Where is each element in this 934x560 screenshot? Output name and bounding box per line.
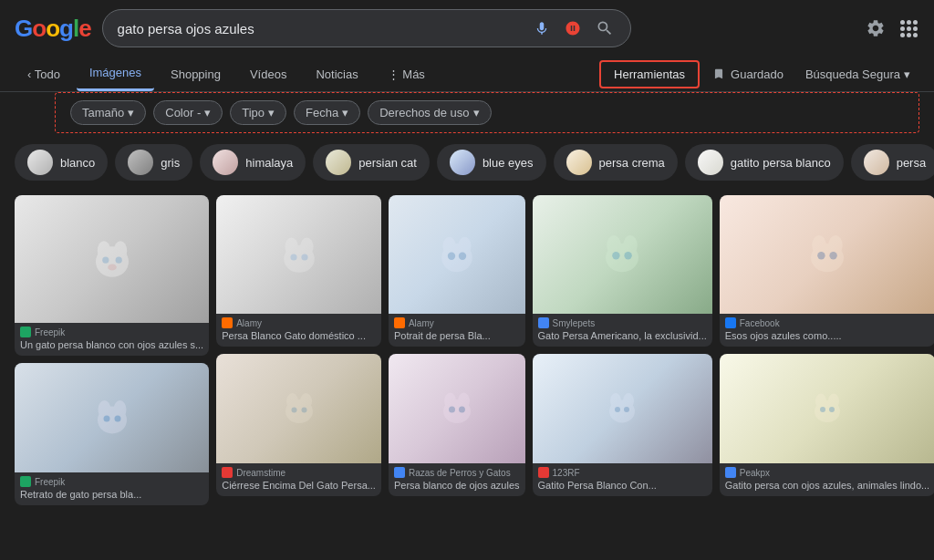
source-dot (222, 467, 233, 478)
svg-point-29 (449, 407, 455, 413)
filter-tipo[interactable]: Tipo ▾ (230, 100, 286, 125)
img-title-3: Gato Persa Americano, la exclusivid... (538, 330, 707, 341)
herramientas-button[interactable]: Herramientas (599, 60, 700, 88)
apps-icon[interactable] (898, 18, 919, 39)
img-info-8: 123RF Gatito Persa Blanco Con... (533, 463, 712, 496)
img-info-0: Freepik Un gato persa blanco con ojos az… (15, 323, 209, 356)
chip-blanco[interactable]: blanco (15, 144, 108, 181)
guardado-button[interactable]: Guardado (703, 62, 793, 87)
svg-point-37 (610, 393, 621, 409)
img-info-6: Dreamstime Ciérrese Encima Del Gato Pers… (216, 463, 381, 496)
nav-mas[interactable]: ⋮ Más (375, 58, 438, 90)
nav-shopping[interactable]: Shopping (158, 58, 234, 90)
svg-point-27 (444, 393, 456, 410)
svg-point-20 (301, 408, 306, 413)
chip-thumb (213, 150, 238, 175)
image-card-2[interactable]: Alamy Potrait de persa Bla... (389, 195, 525, 347)
nav-bar: ‹ Todo Imágenes Shopping Vídeos Noticias… (0, 57, 934, 92)
svg-point-34 (612, 252, 619, 259)
img-source-1: Alamy (222, 317, 376, 328)
image-card-8[interactable]: 123RF Gatito Persa Blanco Con... (533, 354, 712, 496)
source-dot (725, 467, 736, 478)
mic-icon[interactable] (532, 18, 552, 38)
img-title-9: Gatito persa con ojos azules, animales l… (725, 480, 929, 491)
image-card-9[interactable]: Peakpx Gatito persa con ojos azules, ani… (720, 354, 934, 496)
svg-point-33 (623, 235, 638, 255)
related-chips-bar: blanco gris himalaya persian cat blue ey… (0, 137, 934, 188)
chip-crema[interactable]: persa crema (554, 144, 678, 181)
svg-point-25 (459, 253, 466, 260)
image-card-0[interactable]: Freepik Un gato persa blanco con ojos az… (15, 195, 209, 356)
filter-tamano[interactable]: Tamaño ▾ (70, 100, 146, 125)
image-grid: Freepik Un gato persa blanco con ojos az… (0, 188, 934, 513)
svg-point-9 (103, 416, 109, 422)
svg-point-38 (623, 393, 634, 409)
search-bar[interactable] (102, 9, 631, 47)
image-card-7[interactable]: Razas de Perros y Gatos Persa blanco de … (389, 354, 525, 496)
img-source-8: 123RF (538, 467, 707, 478)
source-dot (394, 317, 405, 328)
img-title-7: Persa blanco de ojos azules (394, 480, 520, 491)
chip-himalaya[interactable]: himalaya (200, 144, 306, 181)
img-source-6: Dreamstime (222, 467, 376, 478)
source-dot (538, 467, 549, 478)
svg-point-32 (607, 235, 621, 255)
img-source-7: Razas de Perros y Gatos (394, 467, 520, 478)
chip-persa[interactable]: persa (851, 144, 934, 181)
nav-videos[interactable]: Vídeos (237, 58, 299, 90)
grid-col-1: Alamy Persa Blanco Gato doméstico ... Dr… (216, 195, 381, 505)
search-button[interactable] (594, 17, 616, 39)
chip-blue-eyes[interactable]: blue eyes (437, 144, 546, 181)
source-dot (20, 327, 31, 337)
chip-gatito-blanco[interactable]: gatito persa blanco (685, 144, 844, 181)
chip-gris[interactable]: gris (115, 144, 192, 181)
img-source-4: Facebook (725, 317, 929, 328)
img-title-1: Persa Blanco Gato doméstico ... (222, 330, 376, 341)
svg-point-23 (458, 237, 471, 255)
nav-imagenes[interactable]: Imágenes (77, 57, 154, 91)
chip-thumb (450, 150, 475, 175)
img-source-3: Smylepets (538, 317, 707, 328)
filter-bar: Tamaño ▾ Color - ▾ Tipo ▾ Fecha ▾ Derech… (55, 92, 919, 133)
chip-thumb (864, 150, 889, 175)
svg-point-17 (286, 393, 298, 410)
busqueda-segura-button[interactable]: Búsqueda Segura ▾ (796, 62, 919, 87)
img-info-4: Facebook Esos ojos azules como..... (720, 314, 934, 347)
img-source-5: Freepik (20, 476, 203, 487)
nav-back[interactable]: ‹ Todo (15, 58, 73, 90)
svg-point-4 (115, 257, 121, 264)
image-card-3[interactable]: Smylepets Gato Persa Americano, la exclu… (533, 195, 712, 347)
chip-persian[interactable]: persian cat (313, 144, 430, 181)
svg-point-8 (113, 400, 126, 419)
img-info-1: Alamy Persa Blanco Gato doméstico ... (216, 314, 381, 347)
svg-point-15 (301, 254, 307, 260)
image-card-5[interactable]: Freepik Retrato de gato persa bla... (15, 363, 209, 505)
filter-color[interactable]: Color - ▾ (153, 100, 223, 125)
chip-thumb (566, 150, 592, 175)
image-card-1[interactable]: Alamy Persa Blanco Gato doméstico ... (216, 195, 381, 347)
filter-fecha[interactable]: Fecha ▾ (294, 100, 360, 125)
svg-point-43 (828, 235, 843, 255)
svg-point-40 (624, 407, 629, 412)
grid-col-2: Alamy Potrait de persa Bla... Razas de P… (389, 195, 525, 505)
svg-point-30 (459, 407, 465, 413)
nav-noticias[interactable]: Noticias (303, 58, 370, 90)
image-card-6[interactable]: Dreamstime Ciérrese Encima Del Gato Pers… (216, 354, 381, 496)
chip-thumb (128, 150, 153, 175)
filter-derechos[interactable]: Derechos de uso ▾ (368, 100, 491, 125)
chip-thumb (27, 150, 53, 175)
chip-thumb (698, 150, 723, 175)
img-info-2: Alamy Potrait de persa Bla... (389, 314, 525, 347)
lens-icon[interactable] (563, 18, 583, 38)
img-title-5: Retrato de gato persa bla... (20, 489, 203, 500)
svg-point-18 (300, 393, 312, 410)
svg-point-45 (829, 252, 836, 259)
svg-point-22 (442, 237, 455, 255)
img-info-5: Freepik Retrato de gato persa bla... (15, 472, 209, 505)
search-input[interactable] (118, 21, 532, 36)
source-dot (538, 317, 549, 328)
settings-icon[interactable] (864, 16, 887, 40)
image-card-4[interactable]: Facebook Esos ojos azules como..... (720, 195, 934, 347)
svg-point-44 (817, 252, 825, 259)
google-logo: Google (15, 15, 91, 43)
